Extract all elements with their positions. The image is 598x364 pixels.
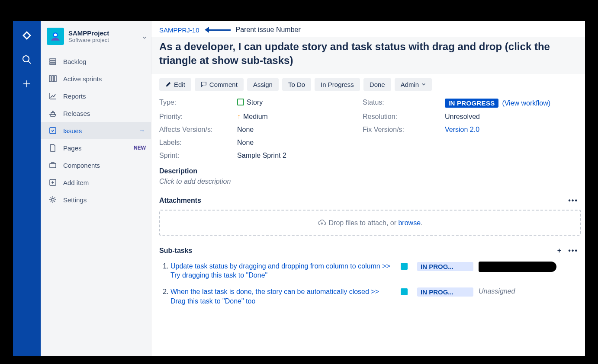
comment-icon [201,81,207,87]
board-icon [48,74,57,83]
admin-dropdown-button[interactable]: Admin [395,78,432,91]
sidebar-item-label: Reports [63,93,86,100]
subtask-list: Update task status by dragging and dropp… [159,262,581,306]
subtask-type-icon [401,263,408,270]
project-header[interactable]: SAMPProject Software project [41,26,151,53]
sidebar-item-label: Settings [63,196,87,204]
component-icon [48,161,57,169]
add-item-icon [48,178,57,187]
field-value-resolution: Unresolved [445,113,581,121]
project-type: Software project [68,37,109,43]
assign-button[interactable]: Assign [247,78,279,91]
sidebar-item-components[interactable]: Components [41,156,151,174]
add-subtask-button[interactable]: + [557,247,561,255]
sidebar-item-pages[interactable]: Pages NEW [41,139,151,156]
arrow-right-icon: → [139,127,145,134]
subtask-row: Update task status by dragging and dropp… [170,262,581,280]
sidebar-item-settings[interactable]: Settings [41,191,151,208]
backlog-icon [48,57,57,66]
attachments-dropzone[interactable]: Drop files to attach, or browse. [159,210,581,236]
issue-summary: As a developer, I can update story and t… [151,37,585,74]
field-value-affects: None [237,126,363,134]
subtasks-heading: Sub-tasks [159,247,192,255]
chevron-down-icon [421,82,426,86]
chevron-down-icon[interactable] [141,35,148,41]
project-avatar-icon [47,28,64,45]
comment-button[interactable]: Comment [195,78,244,91]
attachments-more-button[interactable]: ••• [566,196,581,205]
sidebar-item-issues[interactable]: Issues → [41,122,151,139]
field-value-labels: None [237,139,363,147]
sidebar-item-active-sprints[interactable]: Active sprints [41,70,151,87]
description-heading: Description [159,167,581,175]
field-label-affects: Affects Version/s: [159,126,237,134]
field-value-sprint: Sample Sprint 2 [237,152,363,160]
transition-in-progress-button[interactable]: In Progress [315,78,360,91]
fix-version-link[interactable]: Version 2.0 [445,126,479,133]
browse-link[interactable]: browse [398,219,421,227]
subtask-assignee: Unassigned [479,287,581,295]
sidebar-item-label: Active sprints [63,75,102,83]
field-label-status: Status: [363,99,445,108]
priority-medium-icon: ↑ [237,113,241,120]
project-sidebar: SAMPProject Software project Backlog Act… [41,21,151,356]
sidebar-item-reports[interactable]: Reports [41,87,151,105]
upload-cloud-icon [318,218,326,227]
sidebar-item-label: Backlog [63,58,86,65]
svg-point-8 [51,198,54,201]
field-label-type: Type: [159,99,237,108]
search-icon[interactable] [21,54,33,66]
view-workflow-link[interactable]: (View workflow) [502,99,550,107]
sidebar-item-releases[interactable]: Releases [41,105,151,122]
sidebar-item-label: Add item [63,179,89,186]
issue-toolbar: Edit Comment Assign To Do In Progress Do… [159,78,581,91]
ship-icon [48,109,57,118]
field-value-status: IN PROGRESS (View workflow) [445,99,581,108]
pencil-icon [165,81,171,87]
subtask-status-badge[interactable]: IN PROG... [417,262,473,271]
new-badge: NEW [134,145,146,151]
subtask-assignee-redacted [479,262,556,272]
subtask-title-link[interactable]: When the last task is done, the story ca… [170,287,395,306]
svg-rect-4 [55,76,56,82]
issues-icon [48,126,57,135]
field-grid: Type: Story Status: IN PROGRESS (View wo… [159,99,581,160]
sidebar-item-backlog[interactable]: Backlog [41,53,151,70]
sidebar-item-label: Releases [63,110,90,117]
svg-rect-2 [49,76,51,82]
annotation-arrow-icon [205,28,231,32]
subtask-type-icon [401,288,408,295]
reports-icon [48,92,57,100]
transition-done-button[interactable]: Done [363,78,391,91]
gear-icon [48,195,57,204]
breadcrumb: SAMPPRJ-10 Parent issue Number [159,24,581,35]
project-name: SAMPProject [68,29,109,37]
svg-rect-6 [50,163,56,168]
subtask-title-link[interactable]: Update task status by dragging and dropp… [170,262,395,280]
issue-key-link[interactable]: SAMPPRJ-10 [159,26,199,34]
global-nav-rail [13,21,41,356]
issue-main: SAMPPRJ-10 Parent issue Number As a deve… [151,21,585,356]
field-label-labels: Labels: [159,139,237,147]
status-badge[interactable]: IN PROGRESS [445,99,498,108]
edit-button[interactable]: Edit [159,78,191,91]
subtask-status-badge[interactable]: IN PROG... [417,287,473,297]
field-label-priority: Priority: [159,113,237,121]
field-label-sprint: Sprint: [159,152,237,160]
transition-todo-button[interactable]: To Do [282,78,311,91]
sidebar-item-label: Components [63,162,100,169]
field-value-fixv: Version 2.0 [445,126,581,134]
field-label-fixv: Fix Version/s: [363,126,445,134]
subtasks-more-button[interactable]: ••• [566,246,581,255]
sidebar-item-label: Pages [63,144,82,152]
svg-rect-3 [52,76,54,82]
page-icon [48,144,57,152]
field-value-priority: ↑Medium [237,113,363,121]
jira-logo-icon[interactable] [21,29,33,42]
field-label-resolution: Resolution: [363,113,445,121]
svg-point-1 [54,34,57,37]
create-icon[interactable] [21,78,33,90]
description-placeholder[interactable]: Click to add description [159,178,581,185]
subtask-row: When the last task is done, the story ca… [170,287,581,306]
sidebar-item-add[interactable]: Add item [41,174,151,191]
